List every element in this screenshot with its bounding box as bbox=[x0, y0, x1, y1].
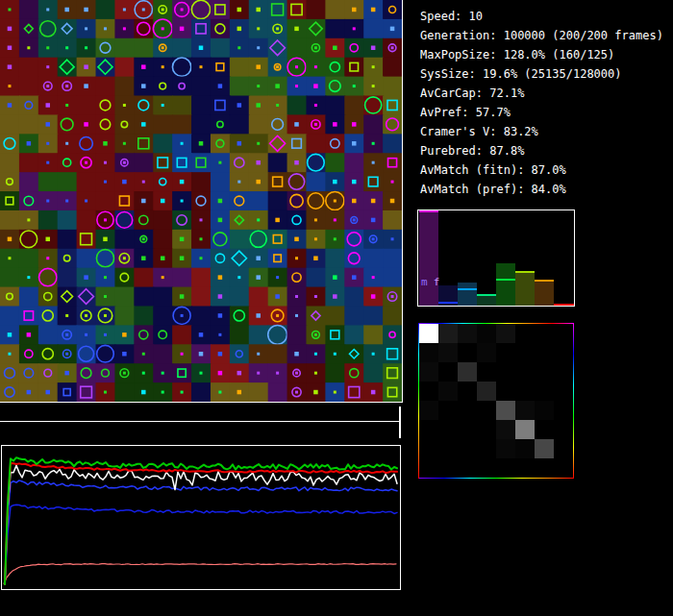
matrix-cell bbox=[438, 362, 458, 382]
matrix-cell bbox=[438, 420, 458, 439]
stat-line: Generation: 100000 (200/200 frames) bbox=[420, 26, 663, 45]
stats-panel: Speed: 10Generation: 100000 (200/200 fra… bbox=[420, 7, 663, 199]
histogram-marker bbox=[496, 279, 515, 281]
matrix-cell bbox=[438, 401, 458, 420]
matrix-cell bbox=[554, 420, 573, 439]
matrix-cell bbox=[515, 382, 535, 401]
matrix-cell bbox=[535, 324, 554, 343]
matrix-cell bbox=[438, 343, 458, 362]
matrix-cell bbox=[438, 439, 458, 458]
matrix-cell bbox=[535, 420, 554, 439]
matrix-cell bbox=[554, 362, 573, 382]
matrix-cell bbox=[438, 458, 458, 478]
matrix-cell bbox=[554, 439, 573, 458]
histogram-bar bbox=[496, 263, 515, 306]
stat-line: AvCarCap: 72.1% bbox=[420, 84, 663, 103]
world-grid[interactable] bbox=[0, 0, 402, 402]
matrix-cell bbox=[477, 343, 496, 362]
species-matrix-frame bbox=[418, 323, 574, 479]
matrix-cell bbox=[419, 401, 438, 420]
matrix-cell bbox=[496, 324, 515, 343]
histogram-bar bbox=[419, 210, 438, 306]
timeline-track[interactable] bbox=[0, 421, 401, 422]
matrix-cell bbox=[554, 458, 573, 478]
histogram-marker bbox=[438, 302, 458, 304]
matrix-cell bbox=[554, 324, 573, 343]
histogram-marker bbox=[477, 294, 496, 296]
mf-label: mf bbox=[421, 276, 440, 288]
matrix-cell bbox=[535, 458, 554, 478]
matrix-cell bbox=[477, 362, 496, 382]
matrix-cell bbox=[419, 420, 438, 439]
matrix-cell bbox=[419, 362, 438, 382]
matrix-border-right bbox=[573, 323, 574, 479]
stat-line: Purebred: 87.8% bbox=[420, 141, 663, 160]
matrix-cell bbox=[535, 401, 554, 420]
matrix-cell bbox=[535, 439, 554, 458]
histogram-bar bbox=[535, 280, 554, 306]
male-label: m bbox=[421, 276, 429, 288]
population-histogram: mf bbox=[417, 209, 575, 307]
matrix-cell bbox=[496, 362, 515, 382]
matrix-cell bbox=[458, 324, 477, 343]
matrix-cell bbox=[477, 401, 496, 420]
matrix-cell bbox=[535, 343, 554, 362]
matrix-cell bbox=[496, 439, 515, 458]
histogram-marker bbox=[419, 210, 438, 212]
histogram-bar bbox=[515, 271, 535, 306]
matrix-cell bbox=[419, 324, 438, 343]
stat-line: AvMatch (fitn): 87.0% bbox=[420, 160, 663, 180]
matrix-cell bbox=[458, 382, 477, 401]
matrix-cell bbox=[554, 343, 573, 362]
matrix-cell bbox=[515, 324, 535, 343]
matrix-cell bbox=[496, 458, 515, 478]
matrix-cell bbox=[458, 401, 477, 420]
matrix-cell bbox=[419, 439, 438, 458]
matrix-cell bbox=[458, 362, 477, 382]
stat-line: MaxPopSize: 128.0% (160/125) bbox=[420, 45, 663, 64]
matrix-cell bbox=[458, 420, 477, 439]
matrix-cell bbox=[515, 420, 535, 439]
matrix-cell bbox=[477, 382, 496, 401]
species-matrix bbox=[419, 324, 573, 478]
matrix-cell bbox=[515, 343, 535, 362]
stat-line: SysSize: 19.6% (25135/128000) bbox=[420, 64, 663, 84]
simulation-app: Speed: 10Generation: 100000 (200/200 fra… bbox=[0, 0, 673, 616]
matrix-cell bbox=[477, 420, 496, 439]
matrix-cell bbox=[535, 382, 554, 401]
matrix-cell bbox=[554, 401, 573, 420]
matrix-cell bbox=[477, 458, 496, 478]
matrix-cell bbox=[419, 343, 438, 362]
histogram-marker bbox=[515, 271, 535, 273]
stat-line: Speed: 10 bbox=[420, 7, 663, 26]
matrix-cell bbox=[438, 382, 458, 401]
matrix-cell bbox=[419, 458, 438, 478]
timeline-handle[interactable] bbox=[399, 407, 401, 438]
matrix-cell bbox=[515, 362, 535, 382]
matrix-cell bbox=[477, 324, 496, 343]
histogram-marker bbox=[554, 304, 574, 306]
matrix-cell bbox=[496, 382, 515, 401]
histogram-bar bbox=[458, 283, 477, 306]
matrix-cell bbox=[535, 362, 554, 382]
matrix-cell bbox=[515, 458, 535, 478]
world-view-frame bbox=[0, 0, 403, 403]
histogram-marker bbox=[535, 280, 554, 282]
female-label: f bbox=[434, 276, 441, 288]
histogram-marker bbox=[458, 288, 477, 290]
matrix-cell bbox=[515, 401, 535, 420]
matrix-border-bottom bbox=[418, 478, 574, 479]
matrix-cell bbox=[515, 439, 535, 458]
matrix-cell bbox=[496, 343, 515, 362]
matrix-cell bbox=[496, 401, 515, 420]
matrix-cell bbox=[438, 324, 458, 343]
matrix-cell bbox=[458, 439, 477, 458]
matrix-cell bbox=[458, 458, 477, 478]
stat-line: AvPref: 57.7% bbox=[420, 103, 663, 122]
matrix-cell bbox=[477, 439, 496, 458]
stat-line: Cramer's V: 83.2% bbox=[420, 122, 663, 141]
matrix-cell bbox=[458, 343, 477, 362]
history-graph-frame bbox=[1, 445, 401, 590]
matrix-cell bbox=[419, 382, 438, 401]
stat-line: AvMatch (pref): 84.0% bbox=[420, 180, 663, 199]
